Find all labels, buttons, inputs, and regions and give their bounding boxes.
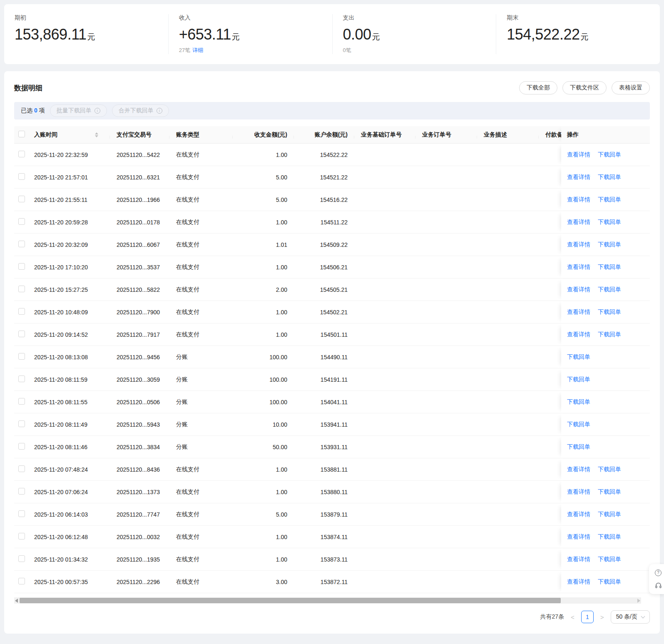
selection-action-button[interactable]: 批量下载回单i (50, 104, 107, 117)
summary-value: 0.00元 (343, 26, 486, 43)
view-detail-link[interactable]: 查看详情 (567, 219, 590, 226)
download-receipt-link[interactable]: 下载回单 (598, 556, 621, 563)
download-receipt-link[interactable]: 下载回单 (598, 578, 621, 586)
view-detail-link[interactable]: 查看详情 (567, 578, 590, 586)
cell-actions: 查看详情下载回单 (561, 256, 650, 278)
select-all-checkbox[interactable] (18, 131, 25, 137)
toolbar-button[interactable]: 下载文件区 (562, 81, 607, 94)
cell-account-type: 在线支付 (169, 151, 233, 159)
transactions-table: 入账时间支付宝交易号账务类型收支金额(元)账户余额(元)业务基础订单号业务订单号… (14, 126, 650, 593)
download-receipt-link[interactable]: 下载回单 (598, 264, 621, 271)
view-detail-link[interactable]: 查看详情 (567, 488, 590, 496)
prev-page-button[interactable]: < (570, 614, 575, 621)
download-receipt-link[interactable]: 下载回单 (598, 286, 621, 293)
download-receipt-link[interactable]: 下载回单 (598, 488, 621, 496)
next-page-button[interactable]: > (599, 614, 605, 621)
row-checkbox[interactable] (18, 218, 25, 225)
view-detail-link[interactable]: 查看详情 (567, 556, 590, 563)
cell-actions: 查看详情下载回单 (561, 189, 650, 211)
row-checkbox[interactable] (18, 488, 25, 495)
download-receipt-link[interactable]: 下载回单 (598, 219, 621, 226)
download-receipt-link[interactable]: 下载回单 (567, 353, 590, 361)
download-receipt-link[interactable]: 下载回单 (598, 466, 621, 473)
view-detail-link[interactable]: 查看详情 (567, 511, 590, 518)
download-receipt-link[interactable]: 下载回单 (567, 376, 590, 383)
cell-transaction-id: 20251120...6321 (110, 174, 169, 181)
page-size-select[interactable]: 50 条/页 (611, 610, 650, 624)
view-detail-link[interactable]: 查看详情 (567, 533, 590, 541)
total-count: 共有27条 (540, 613, 565, 621)
cell-actions: 下载回单 (561, 391, 650, 413)
view-detail-link[interactable]: 查看详情 (567, 174, 590, 181)
cell-account-type: 在线支付 (169, 488, 233, 496)
row-checkbox[interactable] (18, 398, 25, 405)
checkbox-cell (14, 375, 27, 383)
scrollbar-thumb[interactable] (20, 598, 561, 603)
download-receipt-link[interactable]: 下载回单 (598, 331, 621, 338)
scroll-left-arrow-icon[interactable] (15, 599, 18, 603)
view-detail-link[interactable]: 查看详情 (567, 151, 590, 159)
help-question-icon[interactable]: ? (655, 569, 662, 576)
toolbar-button[interactable]: 表格设置 (612, 81, 650, 94)
sort-icon[interactable] (95, 132, 98, 137)
view-detail-link[interactable]: 查看详情 (567, 196, 590, 204)
scroll-right-arrow-icon[interactable] (637, 599, 640, 603)
cell-amount: 50.00 (233, 444, 294, 450)
row-checkbox[interactable] (18, 286, 25, 292)
cell-time: 2025-11-20 08:11:59 (27, 376, 110, 383)
view-detail-link[interactable]: 查看详情 (567, 466, 590, 473)
download-receipt-link[interactable]: 下载回单 (567, 421, 590, 428)
row-checkbox[interactable] (18, 196, 25, 202)
view-detail-link[interactable]: 查看详情 (567, 331, 590, 338)
row-checkbox[interactable] (18, 151, 25, 157)
row-checkbox[interactable] (18, 533, 25, 540)
row-checkbox[interactable] (18, 555, 25, 562)
row-checkbox[interactable] (18, 578, 25, 584)
customer-service-headset-icon[interactable] (655, 582, 662, 589)
row-checkbox[interactable] (18, 465, 25, 472)
cell-actions: 查看详情下载回单 (561, 526, 650, 548)
download-receipt-link[interactable]: 下载回单 (598, 174, 621, 181)
row-checkbox[interactable] (18, 263, 25, 270)
summary-card: 期初 153,869.11元 收入 +653.11元 27笔详细 支出 0.00… (4, 4, 660, 64)
download-receipt-link[interactable]: 下载回单 (598, 511, 621, 518)
row-checkbox[interactable] (18, 308, 25, 315)
table-row: 2025-11-20 21:55:1120251120...1966在线支付5.… (14, 189, 650, 211)
row-checkbox[interactable] (18, 420, 25, 427)
download-receipt-link[interactable]: 下载回单 (567, 443, 590, 451)
summary-value: 153,869.11元 (15, 26, 158, 43)
data-panel: 数据明细 下载全部下载文件区表格设置 已选0项 批量下载回单i合并下载回单i 入… (4, 71, 660, 634)
view-detail-link[interactable]: 查看详情 (567, 308, 590, 316)
horizontal-scrollbar[interactable] (14, 597, 641, 604)
cell-balance: 154505.21 (294, 286, 354, 293)
page-number-button[interactable]: 1 (581, 611, 594, 623)
cell-amount: 1.00 (233, 309, 294, 316)
cell-time: 2025-11-20 15:27:25 (27, 286, 110, 293)
selection-action-button[interactable]: 合并下载回单i (112, 104, 169, 117)
cell-balance: 154521.22 (294, 174, 354, 181)
summary-item: 期末 154,522.22元 (496, 14, 660, 54)
download-receipt-link[interactable]: 下载回单 (567, 398, 590, 406)
cell-actions: 查看详情下载回单 (561, 548, 650, 570)
cell-account-type: 分账 (169, 398, 233, 406)
checkbox-cell (14, 420, 27, 428)
view-detail-link[interactable]: 查看详情 (567, 264, 590, 271)
row-checkbox[interactable] (18, 173, 25, 180)
detail-link[interactable]: 详细 (192, 47, 203, 53)
view-detail-link[interactable]: 查看详情 (567, 241, 590, 249)
row-checkbox[interactable] (18, 375, 25, 382)
row-checkbox[interactable] (18, 353, 25, 360)
row-checkbox[interactable] (18, 331, 25, 337)
toolbar-button[interactable]: 下载全部 (519, 81, 557, 94)
row-checkbox[interactable] (18, 443, 25, 450)
download-receipt-link[interactable]: 下载回单 (598, 151, 621, 159)
cell-actions: 查看详情下载回单 (561, 278, 650, 301)
download-receipt-link[interactable]: 下载回单 (598, 533, 621, 541)
row-checkbox[interactable] (18, 241, 25, 247)
cell-account-type: 在线支付 (169, 556, 233, 563)
download-receipt-link[interactable]: 下载回单 (598, 308, 621, 316)
download-receipt-link[interactable]: 下载回单 (598, 241, 621, 249)
view-detail-link[interactable]: 查看详情 (567, 286, 590, 293)
download-receipt-link[interactable]: 下载回单 (598, 196, 621, 204)
row-checkbox[interactable] (18, 510, 25, 517)
